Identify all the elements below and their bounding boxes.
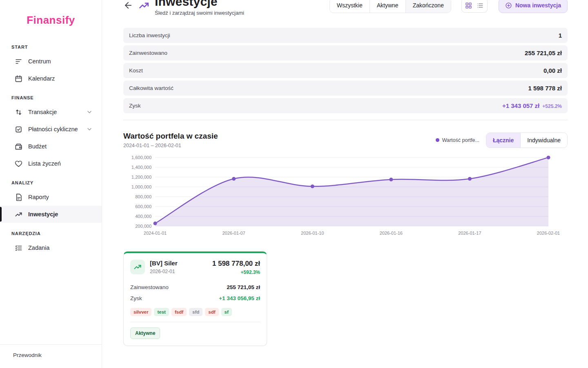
new-investment-button[interactable]: Nowa inwestycja xyxy=(499,0,568,13)
sidebar-item-label: Kalendarz xyxy=(28,75,55,82)
profit-percent: +525.2% xyxy=(542,103,562,109)
grid-view-button[interactable] xyxy=(463,0,474,11)
investment-stat-profit: Zysk +1 343 056,95 zł xyxy=(130,293,260,304)
sidebar-item-kalendarz[interactable]: Kalendarz xyxy=(0,70,102,87)
sidebar-item-label: Lista życzeń xyxy=(28,160,61,167)
sidebar-item-transakcje[interactable]: Transakcje xyxy=(0,103,102,121)
budget-icon xyxy=(15,143,22,150)
sidebar-section-analizy: ANALIZY xyxy=(0,172,102,188)
plus-circle-icon xyxy=(505,2,512,9)
app-logo[interactable]: Finansify xyxy=(0,0,102,36)
sidebar-item-budzet[interactable]: Budżet xyxy=(0,138,102,155)
investment-name-block: [BV] Siler 2026-02-01 xyxy=(150,260,178,274)
trending-up-icon xyxy=(130,260,145,274)
svg-text:2026-01-16: 2026-01-16 xyxy=(380,231,403,236)
tab-aktywne[interactable]: Aktywne xyxy=(370,0,405,13)
list-view-button[interactable] xyxy=(475,0,486,11)
summary-label: Koszt xyxy=(129,67,143,74)
summary-row-total-value: Całkowita wartość 1 598 778 zł xyxy=(123,81,568,96)
page-subtitle: Śledź i zarządzaj swoimi inwestycjami xyxy=(155,10,244,16)
tag: sf xyxy=(221,308,232,316)
summary-label: Zysk xyxy=(129,103,141,109)
sidebar-item-label: Inwestycje xyxy=(28,211,58,218)
section-divider xyxy=(123,120,568,120)
heart-icon xyxy=(15,160,22,168)
summary-row-count: Liczba inwestycji 1 xyxy=(123,28,568,43)
portfolio-area-chart: 200,000400,000600,000800,0001,000,0001,2… xyxy=(123,154,568,238)
investment-stats: Zainwestowano 255 721,05 zł Zysk +1 343 … xyxy=(124,282,267,304)
svg-text:400,000: 400,000 xyxy=(135,214,151,219)
legend-dot xyxy=(436,138,439,142)
legend-label: Wartość portfe... xyxy=(442,137,479,143)
app-root: Finansify START Centrum Kalendarz FINANS… xyxy=(0,0,588,368)
stat-value: 255 721,05 zł xyxy=(227,284,260,290)
tag: silvver xyxy=(130,308,151,316)
tag: fsdf xyxy=(172,308,187,316)
tag: sdf xyxy=(205,308,218,316)
sidebar-item-label: Płatności cykliczne xyxy=(28,126,78,132)
investment-value: 1 598 778,00 zł xyxy=(212,260,260,268)
sidebar-item-label: Budżet xyxy=(28,143,47,150)
summary-row-invested: Zainwestowano 255 721,05 zł xyxy=(123,45,568,61)
stat-value: +1 343 056,95 zł xyxy=(219,295,260,301)
list-icon xyxy=(477,2,483,9)
new-investment-label: Nowa inwestycja xyxy=(515,2,561,9)
chart-mode-toggle: Łącznie Indywidualne xyxy=(486,132,568,148)
main-content: Inwestycje Śledź i zarządzaj swoimi inwe… xyxy=(102,0,588,368)
sidebar-footer-link[interactable]: Przewodnik xyxy=(0,344,102,368)
svg-text:1,200,000: 1,200,000 xyxy=(131,175,151,180)
sidebar-item-lista-zyczen[interactable]: Lista życzeń xyxy=(0,155,102,172)
svg-text:1,000,000: 1,000,000 xyxy=(131,184,151,189)
transactions-icon xyxy=(15,108,22,116)
sidebar-section-narzedzia: NARZĘDZIA xyxy=(0,223,102,239)
calendar-icon xyxy=(15,75,22,83)
sidebar-item-inwestycje[interactable]: Inwestycje xyxy=(0,206,102,223)
recurring-payments-icon xyxy=(15,126,22,133)
tasks-icon xyxy=(15,244,22,252)
investment-tags: silvver test fsdf sfd sdf sf xyxy=(124,308,267,316)
sidebar-nav: START Centrum Kalendarz FINANSE Transakc… xyxy=(0,36,102,344)
svg-text:2026-01-10: 2026-01-10 xyxy=(301,231,324,236)
sidebar: Finansify START Centrum Kalendarz FINANS… xyxy=(0,0,102,368)
summary-value: 0,00 zł xyxy=(543,67,562,74)
chart-legend: Wartość portfe... xyxy=(436,137,479,143)
sidebar-item-raporty[interactable]: Raporty xyxy=(0,188,102,206)
grid-icon xyxy=(465,2,472,9)
summary-value: +1 343 057 zł+525.2% xyxy=(502,102,562,109)
svg-text:1,400,000: 1,400,000 xyxy=(131,165,151,170)
summary-row-cost: Koszt 0,00 zł xyxy=(123,63,568,78)
summary-label: Zainwestowano xyxy=(129,50,167,56)
svg-text:600,000: 600,000 xyxy=(135,204,151,209)
svg-text:2024-01-01: 2024-01-01 xyxy=(144,231,167,236)
svg-text:1,600,000: 1,600,000 xyxy=(131,155,151,160)
toggle-indywidualne[interactable]: Indywidualne xyxy=(520,133,567,148)
chart-title: Wartość portfela w czasie xyxy=(123,132,218,141)
summary-label: Całkowita wartość xyxy=(129,85,174,91)
tag: sfd xyxy=(189,308,203,316)
sidebar-item-label: Transakcje xyxy=(28,109,57,115)
toggle-lacznie[interactable]: Łącznie xyxy=(486,133,520,148)
sidebar-section-start: START xyxy=(0,36,102,53)
sidebar-item-zadania[interactable]: Zadania xyxy=(0,239,102,256)
svg-text:200,000: 200,000 xyxy=(135,224,151,229)
sidebar-item-platnosci-cykliczne[interactable]: Płatności cykliczne xyxy=(0,121,102,138)
sidebar-item-centrum[interactable]: Centrum xyxy=(0,53,102,70)
summary-value: 255 721,05 zł xyxy=(525,49,562,56)
investment-title: [BV] Siler xyxy=(150,260,178,267)
sidebar-item-label: Zadania xyxy=(28,245,49,251)
tab-wszystkie[interactable]: Wszystkie xyxy=(330,0,370,13)
investment-card[interactable]: [BV] Siler 2026-02-01 1 598 778,00 zł +5… xyxy=(123,251,267,346)
stat-label: Zainwestowano xyxy=(130,284,169,290)
investment-stat-invested: Zainwestowano 255 721,05 zł xyxy=(130,282,260,293)
stat-label: Zysk xyxy=(130,295,142,301)
chevron-down-icon xyxy=(86,126,93,132)
chart-date-range: 2024-01-01 – 2026-02-01 xyxy=(123,143,218,148)
svg-text:800,000: 800,000 xyxy=(135,194,151,199)
bar-chart-icon xyxy=(15,58,22,65)
view-toggle xyxy=(461,0,488,13)
tab-zakonczone[interactable]: Zakończone xyxy=(405,0,451,13)
back-button[interactable] xyxy=(123,0,133,10)
report-icon xyxy=(15,193,22,201)
svg-text:2026-01-17: 2026-01-17 xyxy=(458,231,481,236)
sidebar-item-label: Raporty xyxy=(28,194,49,200)
